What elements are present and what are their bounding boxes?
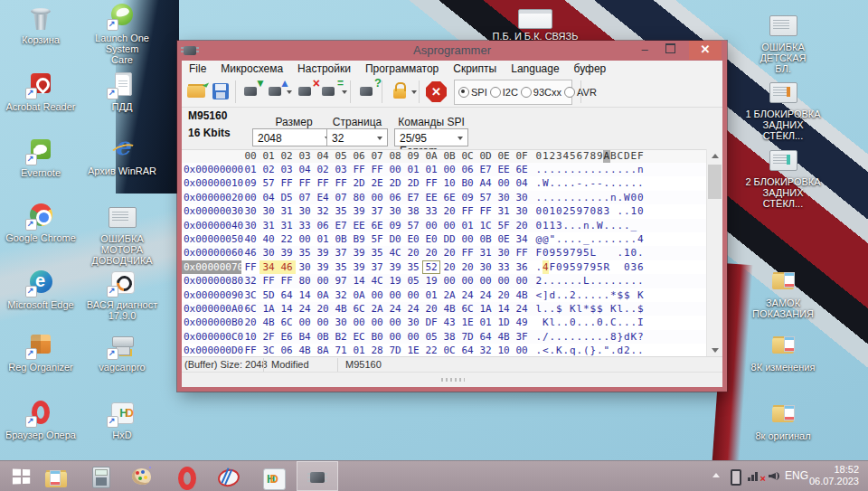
clock[interactable]: 18:52 06.07.2023 — [809, 464, 859, 487]
hex-byte-cell[interactable]: 00 — [314, 274, 332, 288]
ascii-cell[interactable]: ? — [637, 330, 645, 344]
ascii-cell[interactable]: . — [603, 232, 610, 246]
hex-byte-cell[interactable]: 20 — [404, 246, 422, 260]
ascii-cell[interactable]: F — [535, 246, 542, 260]
ascii-cell[interactable]: . — [542, 191, 550, 204]
taskbar-hxd[interactable] — [259, 465, 282, 488]
hex-byte-cell[interactable]: B0 — [368, 330, 386, 344]
folder-zamok-pokazaniya[interactable]: ЗАМОК ПОКАЗАНИЯ — [744, 267, 822, 319]
hex-byte-cell[interactable]: 30 — [241, 204, 259, 218]
hex-byte-cell[interactable]: 14 — [296, 288, 314, 302]
hex-byte-cell[interactable]: 00 — [422, 219, 440, 232]
ascii-cell[interactable]: 7 — [583, 260, 590, 274]
ascii-cell[interactable]: l — [549, 316, 556, 329]
menu-item-настройки[interactable]: Настройки — [290, 61, 358, 75]
hex-byte-cell[interactable]: 34 — [259, 260, 278, 274]
hex-byte-cell[interactable]: 30 — [513, 191, 531, 204]
hex-byte-cell[interactable]: 1A — [476, 302, 495, 316]
ascii-cell[interactable]: . — [576, 316, 583, 329]
shortcut-pb-bk-svyaz[interactable]: П.Б. И Б.К. СВЯЗЬ — [481, 9, 590, 42]
hex-byte-cell[interactable]: 30 — [241, 219, 259, 232]
hex-byte-cell[interactable]: FF — [476, 204, 495, 218]
hex-byte-cell[interactable]: 52 — [422, 260, 440, 274]
ascii-cell[interactable]: . — [610, 163, 618, 176]
hex-byte-cell[interactable]: FF — [513, 246, 531, 260]
shortcut-oshibka-detskaya[interactable]: ОШИБКА ДЕТСКАЯ БЛ. — [744, 11, 822, 74]
ascii-cell[interactable]: l — [576, 302, 583, 316]
shortcut-vagcanpro[interactable]: vagcanpro — [83, 331, 161, 373]
spi-commands-combo[interactable]: 25/95 Eeprom — [394, 128, 468, 146]
ascii-cell[interactable]: . — [590, 191, 597, 204]
resize-grip[interactable] — [441, 378, 465, 382]
ascii-cell[interactable]: . — [583, 163, 590, 176]
ascii-cell[interactable]: . — [630, 274, 637, 288]
ascii-cell[interactable]: 5 — [556, 246, 563, 260]
folder-8k-izmeneniya[interactable]: 8К изменения — [744, 331, 822, 373]
hex-byte-cell[interactable]: 5F — [368, 232, 386, 246]
ascii-cell[interactable]: . — [617, 316, 624, 329]
ascii-cell[interactable]: . — [562, 219, 570, 232]
hex-byte-cell[interactable]: 2E — [368, 176, 386, 190]
hex-byte-cell[interactable]: E6 — [278, 330, 296, 344]
erase-chip-button[interactable]: × — [296, 80, 319, 103]
hex-byte-cell[interactable]: 00 — [404, 288, 422, 302]
hex-byte-cell[interactable]: 2D — [350, 176, 368, 190]
verify-dropdown-caret[interactable] — [342, 90, 347, 94]
ascii-cell[interactable]: . — [562, 232, 570, 246]
hex-byte-cell[interactable]: 4B — [513, 288, 531, 302]
ascii-cell[interactable]: 0 — [597, 316, 604, 329]
ascii-cell[interactable]: . — [617, 191, 624, 204]
ascii-cell[interactable]: 0 — [535, 219, 542, 232]
hex-byte-cell[interactable]: 09 — [386, 219, 404, 232]
ascii-cell[interactable]: 0 — [556, 204, 563, 218]
hex-byte-cell[interactable]: 20 — [495, 288, 513, 302]
ascii-cell[interactable]: C — [610, 316, 618, 329]
ascii-cell[interactable]: . — [562, 288, 570, 302]
ascii-cell[interactable]: 0 — [637, 191, 645, 204]
ascii-cell[interactable]: $ — [590, 302, 597, 316]
ascii-cell[interactable]: . — [576, 219, 583, 232]
ascii-cell[interactable]: _ — [583, 232, 590, 246]
hex-byte-cell[interactable]: 01 — [241, 163, 259, 176]
hex-byte-cell[interactable]: FF — [458, 246, 476, 260]
hex-byte-cell[interactable]: 32 — [314, 204, 332, 218]
ascii-cell[interactable]: . — [549, 176, 556, 190]
hex-address[interactable]: 0x00000030 — [182, 204, 241, 218]
hex-byte-cell[interactable]: 40 — [259, 232, 278, 246]
ascii-cell[interactable]: W — [597, 219, 604, 232]
ascii-cell[interactable]: 2 — [535, 274, 542, 288]
ascii-cell[interactable]: 3 — [630, 260, 637, 274]
hex-byte-cell[interactable]: 04 — [296, 163, 314, 176]
hex-byte-cell[interactable]: 33 — [495, 260, 513, 274]
hex-byte-cell[interactable]: 4B — [495, 330, 513, 344]
ascii-cell[interactable]: 1 — [549, 219, 556, 232]
ascii-cell[interactable]: . — [570, 274, 577, 288]
hex-byte-cell[interactable]: 09 — [241, 176, 259, 190]
hex-byte-cell[interactable]: 2D — [386, 176, 404, 190]
hex-byte-cell[interactable]: FF — [296, 176, 314, 190]
ascii-cell[interactable]: . — [570, 163, 577, 176]
hex-byte-cell[interactable]: 30 — [495, 191, 513, 204]
hex-byte-cell[interactable]: 6C — [278, 316, 296, 329]
shortcut-vasya-diagnost[interactable]: ВАСЯ диагност 17.9.0 — [83, 269, 161, 321]
ascii-cell[interactable]: . — [624, 232, 631, 246]
hex-byte-cell[interactable]: D5 — [278, 191, 296, 204]
device-icon[interactable] — [731, 469, 741, 486]
ascii-cell[interactable]: . — [630, 176, 637, 190]
hex-byte-cell[interactable]: 06 — [458, 163, 476, 176]
ascii-cell[interactable]: _ — [630, 219, 637, 232]
ascii-cell[interactable]: 7 — [583, 204, 590, 218]
hex-byte-cell[interactable]: DD — [440, 232, 458, 246]
hex-byte-cell[interactable]: 4C — [386, 246, 404, 260]
ascii-cell[interactable]: 2 — [562, 204, 570, 218]
ascii-cell[interactable]: d — [624, 330, 631, 344]
ascii-cell[interactable]: . — [590, 330, 597, 344]
ascii-cell[interactable]: . — [610, 274, 618, 288]
shortcut-evernote[interactable]: Evernote — [2, 137, 80, 178]
hex-byte-cell[interactable]: 39 — [386, 260, 404, 274]
ascii-cell[interactable]: 2 — [570, 288, 577, 302]
hex-byte-cell[interactable]: 1D — [495, 316, 513, 329]
hex-byte-cell[interactable]: FF — [368, 163, 386, 176]
hex-byte-cell[interactable]: 20 — [422, 246, 440, 260]
hex-byte-cell[interactable]: 04 — [259, 191, 278, 204]
